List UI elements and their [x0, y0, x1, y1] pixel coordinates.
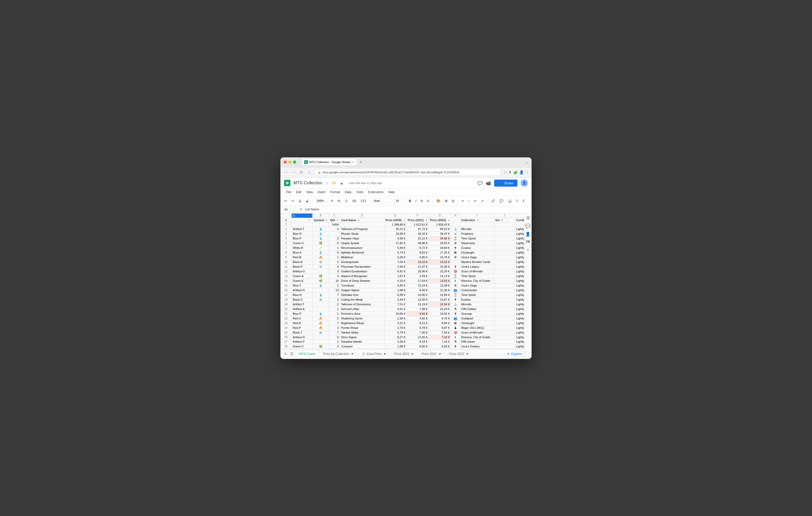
- cell-symbol-12[interactable]: [313, 269, 329, 274]
- reload-button[interactable]: ↻: [299, 170, 304, 174]
- cell-list-name-25[interactable]: Black-T: [292, 330, 313, 335]
- cell-price-2021-16[interactable]: 6,40 €: [407, 288, 429, 293]
- cell-symbol-7[interactable]: ✨: [313, 245, 329, 250]
- maps-sidebar-icon[interactable]: 🗺: [526, 240, 530, 244]
- table-row[interactable]: 27 Artifact-P 1 Paradise Mantle 2,39 € 8…: [281, 339, 524, 344]
- minimize-button[interactable]: [288, 160, 291, 164]
- cell-collection-28[interactable]: Urza's Destiny: [460, 344, 494, 349]
- cell-list-name-7[interactable]: White-R: [292, 245, 313, 250]
- cell-list-name-17[interactable]: Blue-O: [292, 293, 313, 297]
- comment-button[interactable]: 💬: [498, 198, 505, 204]
- cell-price-2020-8[interactable]: 5,74 €: [384, 250, 407, 255]
- table-row[interactable]: 5 Blue-P 💧 3 Paradox Haze 4,50 € 22,12 €…: [281, 236, 524, 241]
- function-button[interactable]: Σ: [521, 198, 526, 204]
- cell-symbol-11[interactable]: 💀: [313, 264, 329, 269]
- cell-collection-12[interactable]: Scars of Mirrodin: [460, 269, 494, 274]
- formula-input[interactable]: List Name: [304, 207, 529, 212]
- cell-set-26[interactable]: [494, 335, 515, 339]
- cell-condition-18[interactable]: Lightly Played: [515, 297, 524, 302]
- chart-button[interactable]: 📊: [506, 198, 513, 204]
- cell-symbol-19[interactable]: [313, 302, 329, 307]
- user-sidebar-icon[interactable]: 👤: [525, 232, 530, 237]
- cell-card-name-25[interactable]: Tainted Strike: [340, 330, 384, 335]
- cell-price-2021-24[interactable]: 8,78 €: [407, 326, 429, 330]
- header-symbol[interactable]: Symbol ▼: [313, 218, 329, 222]
- cell-list-name-20[interactable]: Artifact-A: [292, 307, 313, 311]
- cell-qtd-3[interactable]: 4: [329, 226, 340, 231]
- cell-qtd-20[interactable]: 1: [329, 307, 340, 311]
- cell-icon-22[interactable]: 👥: [451, 316, 460, 321]
- cell-symbol-20[interactable]: [313, 307, 329, 311]
- cell-symbol-23[interactable]: 🔥: [313, 321, 329, 326]
- cell-icon-14[interactable]: 🕯: [451, 278, 460, 283]
- cell-collection-8[interactable]: Onslaught: [460, 250, 494, 255]
- cell-price-2022-28[interactable]: 6,83 €: [429, 344, 451, 349]
- cell-price-2021-19[interactable]: 13,19 €: [407, 302, 429, 307]
- cell-price-2022-2[interactable]: 1 826,43 €: [429, 222, 451, 226]
- table-row[interactable]: 26 Artifact-D 6 Dimir Signet 8,27 € 12,6…: [281, 335, 524, 339]
- cell-condition-21[interactable]: Lightly Played: [515, 311, 524, 316]
- profile-icon[interactable]: 👤: [519, 170, 524, 174]
- cell-price-2020-5[interactable]: 4,50 €: [384, 236, 407, 241]
- cell-symbol-9[interactable]: 🔥: [313, 255, 329, 260]
- cell-price-2020-23[interactable]: 3,21 €: [384, 321, 407, 326]
- cell-qtd-27[interactable]: 1: [329, 339, 340, 344]
- cell-price-2020-16[interactable]: 2,98 €: [384, 288, 407, 293]
- cell-list-name-8[interactable]: Blue-A: [292, 250, 313, 255]
- cell-list-name-16[interactable]: Artifact-G: [292, 288, 313, 293]
- table-row[interactable]: 14 Green-E 🌿 10 Elves of Deep Shadow 4,1…: [281, 278, 524, 283]
- cell-card-name-12[interactable]: Grafted Exoskeleton: [340, 269, 384, 274]
- table-row[interactable]: 18 Black-C 💀 2 Culling the Weak 2,44 € 1…: [281, 297, 524, 302]
- cell-collection-14[interactable]: Ravnica: City of Guilds: [460, 278, 494, 283]
- cell-symbol-6[interactable]: 🌿: [313, 241, 329, 245]
- cell-list-name-27[interactable]: Artifact-P: [292, 339, 313, 344]
- cell-card-name-9[interactable]: Meltdown: [340, 255, 384, 260]
- cell-icon-11[interactable]: 🗡: [451, 264, 460, 269]
- cell-price-2020-26[interactable]: 8,27 €: [384, 335, 407, 339]
- share-button[interactable]: 👤 Share: [494, 180, 517, 187]
- table-row[interactable]: 23 Red-B 🔥 7 Brightstone Ritual 3,21 € 8…: [281, 321, 524, 326]
- cell-price-2020-2[interactable]: 1 288,60 €: [384, 222, 407, 226]
- table-row[interactable]: 22 Red-S 🔥 2 Shattering Spree 2,56 € 4,9…: [281, 316, 524, 321]
- cell-condition-15[interactable]: Lightly Played: [515, 283, 524, 288]
- cell-collection-25[interactable]: Scars of Mirrodin: [460, 330, 494, 335]
- cell-symbol-15[interactable]: 💧: [313, 283, 329, 288]
- cell-set-14[interactable]: [494, 278, 515, 283]
- cell-price-2021-18[interactable]: 12,55 €: [407, 297, 429, 302]
- cell-set-5[interactable]: [494, 236, 515, 241]
- table-row[interactable]: 12 Artifact-G 3 Grafted Exoskeleton 6,91…: [281, 269, 524, 274]
- cell-symbol-10[interactable]: 💀: [313, 260, 329, 264]
- star-icon[interactable]: ☆: [325, 181, 329, 185]
- cell-condition-26[interactable]: Lightly Played: [515, 335, 524, 339]
- cell-condition-24[interactable]: Lightly Played: [515, 326, 524, 330]
- cell-condition-3[interactable]: Lightly Played: [515, 226, 524, 231]
- cell-price-2021-5[interactable]: 22,12 €: [407, 236, 429, 241]
- currency-button[interactable]: €: [329, 198, 335, 204]
- zoom-select[interactable]: 100%: [315, 199, 326, 203]
- cell-collection-21[interactable]: Scourge: [460, 311, 494, 316]
- cell-condition-20[interactable]: Lightly Played: [515, 307, 524, 311]
- cell-qtd-16[interactable]: 13: [329, 288, 340, 293]
- cell-price-2020-6[interactable]: 17,81 €: [384, 241, 407, 245]
- cell-collection-2[interactable]: [460, 222, 494, 226]
- add-sheet-button[interactable]: +: [283, 352, 288, 356]
- cell-collection-22[interactable]: Guildpact: [460, 316, 494, 321]
- cell-condition-17[interactable]: Lightly Played: [515, 293, 524, 297]
- cell-price-2021-12[interactable]: 10,90 €: [407, 269, 429, 274]
- cell-icon-16[interactable]: 👥: [451, 288, 460, 293]
- cell-symbol-24[interactable]: 🔥: [313, 326, 329, 330]
- cell-qtd-13[interactable]: 4: [329, 274, 340, 278]
- cell-collection-18[interactable]: Exodus: [460, 297, 494, 302]
- col-header-b[interactable]: B: [313, 213, 329, 218]
- cell-qtd-2[interactable]: 5459: [329, 222, 340, 226]
- cell-price-2020-18[interactable]: 2,44 €: [384, 297, 407, 302]
- cell-icon-24[interactable]: ♟: [451, 326, 460, 330]
- table-row[interactable]: 10 Black-E 💀 2 Exsanguinate 7,04 € 19,16…: [281, 260, 524, 264]
- cell-list-name-12[interactable]: Artifact-G: [292, 269, 313, 274]
- cell-price-2020-4[interactable]: 19,68 €: [384, 231, 407, 236]
- cell-card-name-26[interactable]: Dimir Signet: [340, 335, 384, 339]
- cell-set-28[interactable]: [494, 344, 515, 349]
- cell-icon-2[interactable]: [451, 222, 460, 226]
- cell-icon-8[interactable]: 🏛: [451, 250, 460, 255]
- cell-collection-7[interactable]: Exodus: [460, 245, 494, 250]
